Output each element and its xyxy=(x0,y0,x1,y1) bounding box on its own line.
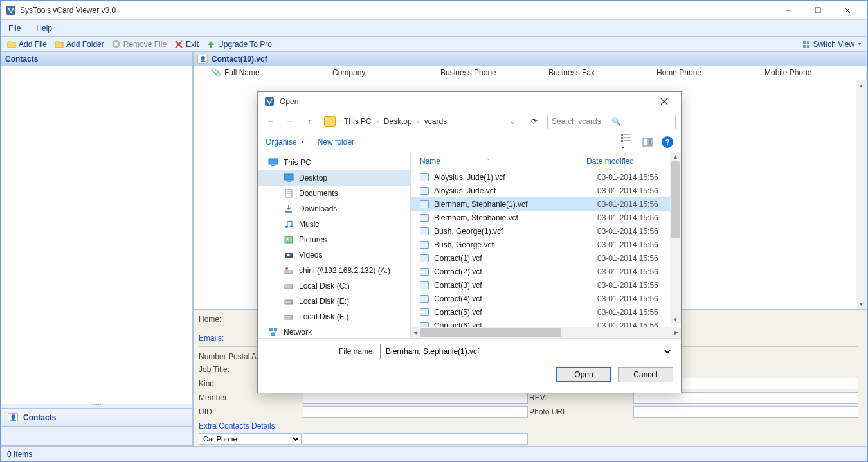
doc-icon xyxy=(284,189,294,198)
carphone-select[interactable]: Car Phone xyxy=(199,433,302,445)
minimize-button[interactable] xyxy=(773,1,803,20)
maximize-button[interactable] xyxy=(803,1,833,20)
file-row[interactable]: Aloysius, Jude(1).vcf03-01-2014 15:56 xyxy=(411,170,681,184)
grid-scrollbar[interactable]: ▲ ▼ xyxy=(856,80,867,309)
svg-point-35 xyxy=(290,225,293,227)
uid-input[interactable] xyxy=(303,406,528,418)
col-name[interactable]: Name xyxy=(420,157,440,166)
remove-file-button[interactable]: Remove File xyxy=(109,40,169,49)
file-row[interactable]: Biernham, Stephanie(1).vcf03-01-2014 15:… xyxy=(411,197,681,211)
crumb-desktop[interactable]: Desktop xyxy=(380,117,416,126)
photo-label: Photo URL xyxy=(529,406,632,418)
file-row[interactable]: Contact(4).vcf03-01-2014 15:56 xyxy=(411,292,681,305)
menu-file[interactable]: File xyxy=(8,24,21,33)
file-row[interactable]: Contact(2).vcf03-01-2014 15:56 xyxy=(411,265,681,278)
member-input[interactable] xyxy=(303,392,528,404)
vcf-file-icon xyxy=(420,322,429,328)
place-downloads[interactable]: Downloads xyxy=(258,201,410,217)
place-network[interactable]: Network xyxy=(258,324,410,338)
help-icon[interactable]: ? xyxy=(662,136,673,148)
place-local-disk-c-[interactable]: Local Disk (C:) xyxy=(258,278,410,294)
refresh-button[interactable]: ⟳ xyxy=(525,114,543,129)
carphone-input[interactable] xyxy=(303,433,528,445)
svg-point-40 xyxy=(285,267,288,270)
place-documents[interactable]: Documents xyxy=(258,186,410,201)
vcf-file-icon xyxy=(420,173,429,181)
dialog-close-button[interactable] xyxy=(654,94,674,109)
crumb-vcards[interactable]: vcards xyxy=(420,117,451,126)
col-mphone[interactable]: Mobile Phone xyxy=(759,66,867,80)
monitor-icon xyxy=(268,158,278,167)
svg-rect-27 xyxy=(271,165,275,166)
file-row[interactable]: Biernham, Stephanie.vcf03-01-2014 15:56 xyxy=(411,211,681,224)
vcf-file-icon xyxy=(420,187,429,195)
col-bfax[interactable]: Business Fax xyxy=(543,66,651,80)
place-videos[interactable]: Videos xyxy=(258,247,410,263)
file-list[interactable]: Aloysius, Jude(1).vcf03-01-2014 15:56Alo… xyxy=(411,170,681,327)
place-pictures[interactable]: Pictures xyxy=(258,232,410,247)
place-desktop[interactable]: Desktop xyxy=(258,170,410,186)
titlebar: SysTools vCard Viewer v3.0 xyxy=(1,1,867,20)
file-row[interactable]: Bush, George(1).vcf03-01-2014 15:56 xyxy=(411,224,681,238)
place-shini-192-168-2-132-a-[interactable]: shini (\\192.168.2.132) (A:) xyxy=(258,263,410,278)
col-fullname[interactable]: Full Name xyxy=(219,66,327,80)
forward-button[interactable]: → xyxy=(282,114,298,129)
filename-label: File name: xyxy=(339,347,375,356)
close-button[interactable] xyxy=(833,1,862,20)
rev-input[interactable] xyxy=(633,392,858,404)
menubar: File Help xyxy=(1,20,867,37)
crumb-thispc[interactable]: This PC xyxy=(340,117,375,126)
vcf-file-icon xyxy=(420,254,429,262)
exit-button[interactable]: Exit xyxy=(172,40,201,49)
address-bar[interactable]: ›This PC ›Desktop ›vcards ⌄ xyxy=(321,114,521,129)
file-row[interactable]: Contact(1).vcf03-01-2014 15:56 xyxy=(411,251,681,265)
add-file-button[interactable]: Add File xyxy=(5,40,50,49)
col-hphone[interactable]: Home Phone xyxy=(651,66,759,80)
svg-rect-17 xyxy=(621,134,623,136)
view-options-button[interactable]: ▾ xyxy=(620,133,633,151)
rev-label: REV: xyxy=(529,392,632,404)
add-folder-button[interactable]: Add Folder xyxy=(52,40,107,49)
open-button[interactable]: Open xyxy=(556,367,611,382)
place-local-disk-f-[interactable]: Local Disk (F:) xyxy=(258,309,410,324)
photo-input[interactable] xyxy=(633,406,858,418)
place-local-disk-e-[interactable]: Local Disk (E:) xyxy=(258,294,410,309)
col-company[interactable]: Company xyxy=(327,66,435,80)
up-button[interactable]: ↑ xyxy=(302,114,317,129)
svg-rect-25 xyxy=(649,139,651,145)
search-input[interactable]: Search vcards🔍 xyxy=(547,114,676,129)
contact-card-icon: 👤 xyxy=(197,55,208,64)
file-row[interactable]: Bush, George.vcf03-01-2014 15:56 xyxy=(411,238,681,251)
file-row[interactable]: Contact(3).vcf03-01-2014 15:56 xyxy=(411,278,681,292)
preview-pane-button[interactable] xyxy=(642,138,653,147)
svg-point-44 xyxy=(291,301,292,303)
file-row[interactable]: Contact(5).vcf03-01-2014 15:56 xyxy=(411,305,681,319)
contacts-tree[interactable] xyxy=(1,66,193,404)
cancel-button[interactable]: Cancel xyxy=(618,367,673,382)
back-button[interactable]: ← xyxy=(263,114,278,129)
menu-help[interactable]: Help xyxy=(36,24,52,33)
filename-input[interactable]: Biernham, Stephanie(1).vcf xyxy=(380,344,673,359)
switch-view-button[interactable]: Switch View▾ xyxy=(799,40,863,49)
h-scrollbar[interactable]: ◀▶ xyxy=(411,327,681,338)
file-row[interactable]: Aloysius, Jude.vcf03-01-2014 15:56 xyxy=(411,184,681,197)
svg-rect-39 xyxy=(285,271,293,274)
v-scrollbar[interactable]: ▲▼ xyxy=(670,152,681,324)
svg-rect-12 xyxy=(803,45,806,48)
col-bphone[interactable]: Business Phone xyxy=(435,66,543,80)
sidebar-item-contacts[interactable]: 👤 Contacts xyxy=(1,409,193,427)
app-icon xyxy=(264,96,275,107)
newfolder-button[interactable]: New folder xyxy=(318,138,354,147)
statusbar: 0 Items xyxy=(1,446,867,461)
chevron-down-icon[interactable]: ⌄ xyxy=(507,117,518,126)
place-music[interactable]: Music xyxy=(258,217,410,232)
vcf-file-icon xyxy=(420,214,429,222)
music-icon xyxy=(284,220,294,229)
upgrade-button[interactable]: Upgrade To Pro xyxy=(204,40,275,49)
col-date[interactable]: Date modified xyxy=(586,157,670,166)
vcf-file-icon xyxy=(420,241,429,249)
splitter[interactable]: ••••• xyxy=(1,404,193,409)
file-row[interactable]: Contact(6).vcf03-01-2014 15:56 xyxy=(411,319,681,327)
organise-button[interactable]: Organise▾ xyxy=(266,138,303,147)
place-this-pc[interactable]: This PC xyxy=(258,155,410,170)
